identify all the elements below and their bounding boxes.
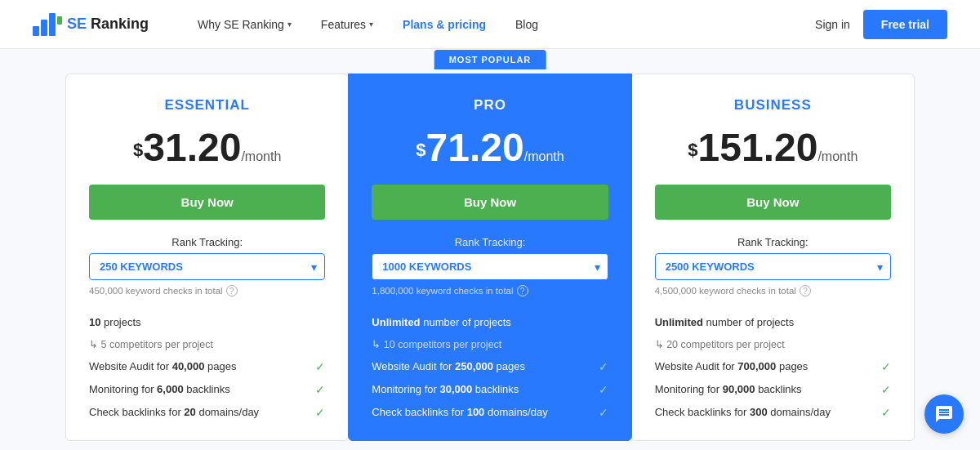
keyword-select-wrap-business: 2500 KEYWORDS 1000 KEYWORDS 5000 KEYWORD… [655,253,891,280]
chevron-down-icon: ▾ [369,20,373,29]
svg-rect-1 [41,20,47,36]
chat-bubble-button[interactable] [924,394,964,434]
list-item: Monitoring for 90,000 backlinks ✓ [655,378,891,401]
logo-text: SE Ranking [67,16,149,33]
plan-price-pro: $71.20/month [372,125,608,170]
list-item: ↳ 5 competitors per project [89,333,325,355]
nav-links: Why SE Ranking ▾ Features ▾ Plans & pric… [198,18,815,31]
price-amount-business: 151.20 [698,126,818,169]
nav-plans-pricing[interactable]: Plans & pricing [403,18,486,31]
price-amount-essential: 31.20 [143,126,241,169]
plan-name-essential: ESSENTIAL [89,97,325,114]
price-dollar-essential: $ [133,140,143,160]
features-list-business: Unlimited number of projects ↳ 20 compet… [655,311,891,424]
keyword-checks-pro: 1,800,000 keyword checks in total ? [372,285,608,296]
plan-card-business: BUSINESS $151.20/month Buy Now Rank Trac… [631,74,915,441]
svg-rect-0 [33,26,39,36]
rank-tracking-label-business: Rank Tracking: [655,236,891,248]
check-icon: ✓ [315,360,325,373]
list-item: ↳ 10 competitors per project [372,333,608,355]
check-icon: ✓ [315,383,325,396]
buy-button-pro[interactable]: Buy Now [372,185,608,220]
keyword-select-wrap-essential: 250 KEYWORDS 500 KEYWORDS 1000 KEYWORDS [89,253,325,280]
keyword-select-business[interactable]: 2500 KEYWORDS 1000 KEYWORDS 5000 KEYWORD… [655,253,891,280]
most-popular-badge: MOST POPULAR [434,50,546,69]
list-item: Website Audit for 40,000 pages ✓ [89,355,325,378]
logo[interactable]: SE Ranking [33,13,149,36]
nav-blog[interactable]: Blog [515,18,538,31]
check-icon: ✓ [599,383,608,396]
info-icon-pro[interactable]: ? [517,285,528,296]
rank-tracking-label-pro: Rank Tracking: [372,236,608,248]
info-icon-business[interactable]: ? [800,285,811,296]
check-icon: ✓ [881,360,891,373]
list-item: Monitoring for 6,000 backlinks ✓ [89,378,325,401]
check-icon: ✓ [881,383,891,396]
keyword-select-essential[interactable]: 250 KEYWORDS 500 KEYWORDS 1000 KEYWORDS [89,253,325,280]
list-item: Unlimited number of projects [372,311,608,333]
list-item: Unlimited number of projects [655,311,891,333]
chat-icon [934,404,954,424]
price-period-pro: /month [524,149,564,163]
plan-name-business: BUSINESS [655,97,891,114]
list-item: Check backlinks for 300 domains/day ✓ [655,401,891,424]
list-item: Monitoring for 30,000 backlinks ✓ [372,378,608,401]
rank-tracking-label-essential: Rank Tracking: [89,236,325,248]
check-icon: ✓ [881,406,891,419]
free-trial-button[interactable]: Free trial [863,10,947,39]
list-item: Website Audit for 250,000 pages ✓ [372,355,608,378]
nav-why-se-ranking[interactable]: Why SE Ranking ▾ [198,18,292,31]
keyword-select-wrap-pro: 1000 KEYWORDS 500 KEYWORDS 2000 KEYWORDS [372,253,608,280]
svg-rect-2 [49,13,56,36]
price-period-essential: /month [241,149,281,163]
list-item: ↳ 20 competitors per project [655,333,891,355]
plan-card-pro: MOST POPULAR PRO $71.20/month Buy Now Ra… [348,74,631,441]
info-icon-essential[interactable]: ? [226,285,238,296]
keyword-select-pro[interactable]: 1000 KEYWORDS 500 KEYWORDS 2000 KEYWORDS [372,253,608,280]
price-dollar-business: $ [688,140,697,160]
se-ranking-logo-icon [33,13,62,36]
buy-button-essential[interactable]: Buy Now [89,185,325,220]
svg-rect-3 [57,16,62,25]
navbar: SE Ranking Why SE Ranking ▾ Features ▾ P… [0,0,980,49]
list-item: Check backlinks for 20 domains/day ✓ [89,401,325,424]
signin-button[interactable]: Sign in [815,18,850,31]
buy-button-business[interactable]: Buy Now [655,185,891,220]
main-content: ESSENTIAL $31.20/month Buy Now Rank Trac… [0,49,980,450]
price-amount-pro: 71.20 [426,126,524,169]
features-list-essential: 10 projects ↳ 5 competitors per project … [89,311,325,424]
check-icon: ✓ [599,360,608,373]
plan-name-pro: PRO [372,97,608,114]
check-icon: ✓ [315,406,325,419]
check-icon: ✓ [599,406,608,419]
list-item: Check backlinks for 100 domains/day ✓ [372,401,608,424]
plan-price-business: $151.20/month [655,125,891,170]
list-item: 10 projects [89,311,325,333]
chevron-down-icon: ▾ [287,20,292,29]
plan-card-essential: ESSENTIAL $31.20/month Buy Now Rank Trac… [65,74,349,441]
keyword-checks-business: 4,500,000 keyword checks in total ? [655,285,891,296]
plan-price-essential: $31.20/month [89,125,325,170]
list-item: Website Audit for 700,000 pages ✓ [655,355,891,378]
price-dollar-pro: $ [416,140,425,160]
price-period-business: /month [817,149,858,163]
nav-actions: Sign in Free trial [815,10,947,39]
keyword-checks-essential: 450,000 keyword checks in total ? [89,285,325,296]
features-list-pro: Unlimited number of projects ↳ 10 compet… [372,311,608,424]
nav-features[interactable]: Features ▾ [321,18,373,31]
plans-grid: ESSENTIAL $31.20/month Buy Now Rank Trac… [65,74,915,441]
